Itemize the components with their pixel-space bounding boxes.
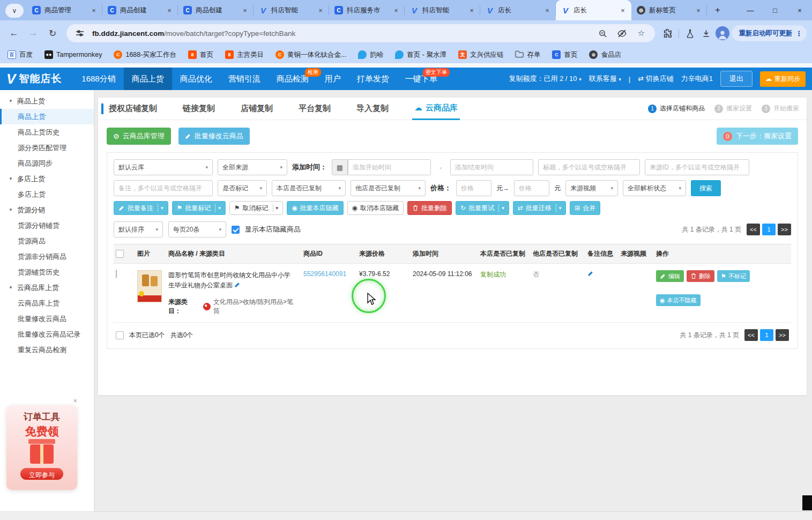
sidebar-item-stock-history[interactable]: 货源铺货历史 — [0, 264, 94, 280]
tab-close-icon[interactable]: × — [694, 6, 703, 14]
batch-retry-button[interactable]: ↻批量重试▾ — [456, 201, 509, 215]
browser-tab[interactable]: V 抖店智能 × — [405, 0, 480, 20]
copy-quota[interactable]: 复制额度：已用 2 / 10 ▾ — [509, 74, 581, 84]
address-bar[interactable]: fb.dddz.jiancent.com/move/batch/target?c… — [66, 24, 655, 42]
tab-import-copy[interactable]: 导入复制 — [354, 98, 391, 120]
promo-close-icon[interactable]: × — [73, 397, 77, 405]
source-select[interactable]: 全部来源▾ — [218, 159, 287, 175]
sidebar-group-distribution[interactable]: ▼货源分销 — [0, 202, 94, 218]
batch-edit-cloud-button[interactable]: 批量修改云商品 — [178, 128, 250, 145]
bookmark-item[interactable]: ⊕食品店 — [589, 50, 621, 60]
window-minimize-button[interactable]: — — [738, 6, 763, 14]
bookmark-item[interactable]: 8主营类目 — [225, 50, 264, 60]
cloud-library-manage-button[interactable]: ⚙云商品库管理 — [107, 128, 171, 145]
sidebar-item-non-distribution[interactable]: 货源非分销商品 — [0, 249, 94, 264]
product-id-link[interactable]: 552956140091 — [303, 270, 346, 278]
promo-card[interactable]: × 订单工具 免费领 立即参与 — [6, 405, 77, 490]
sidebar-group-multi-shop[interactable]: ▼多店上货 — [0, 171, 94, 187]
sidebar-item-product-upload[interactable]: 商品上货 — [0, 109, 94, 124]
sidebar-item-batch-edit-record[interactable]: 批量修改云商品记录 — [0, 326, 94, 342]
sidebar-group-product-upload[interactable]: ▼商品上货 — [0, 93, 94, 109]
site-info-icon[interactable] — [73, 26, 87, 40]
window-maximize-button[interactable]: □ — [763, 6, 787, 14]
window-close-button[interactable]: × — [787, 6, 812, 14]
tab-close-icon[interactable]: × — [316, 6, 325, 14]
nav-item-print-ship[interactable]: 打单发货 — [349, 68, 397, 90]
sidebar-item-distribution-goods[interactable]: 货源商品 — [0, 233, 94, 249]
bookmark-item[interactable]: C1688-买家工作台 — [114, 50, 176, 60]
download-icon[interactable] — [699, 26, 713, 40]
logout-button[interactable]: 退出 — [720, 71, 753, 87]
nav-item-one-click-order[interactable]: 一键下单密文下单 — [397, 68, 445, 90]
search-button[interactable]: 搜索 — [691, 180, 721, 196]
tab-close-icon[interactable]: × — [165, 6, 174, 14]
current-page-button[interactable]: 1 — [762, 224, 776, 235]
profile-avatar[interactable] — [716, 26, 729, 40]
tab-link-copy[interactable]: 链接复制 — [181, 98, 217, 120]
start-time-input[interactable] — [348, 159, 431, 175]
next-step-button[interactable]: 0下一步：搬家设置 — [717, 128, 798, 145]
browser-tab[interactable]: C 商品创建 × — [178, 0, 254, 20]
promo-join-button[interactable]: 立即参与 — [20, 468, 63, 480]
show-hidden-checkbox[interactable] — [232, 226, 240, 234]
marked-select[interactable]: 是否标记▾ — [218, 180, 267, 196]
bookmark-item[interactable]: 韵哈 — [358, 50, 383, 60]
tab-close-icon[interactable]: × — [392, 6, 400, 14]
sidebar-item-category-match[interactable]: 源分类匹配管理 — [0, 140, 94, 155]
merge-button[interactable]: ⊞合并 — [570, 201, 600, 215]
browser-tab[interactable]: C 商品管理 × — [27, 0, 102, 20]
source-id-filter-input[interactable] — [645, 159, 749, 175]
bookmark-item[interactable]: 8首页 — [188, 50, 213, 60]
self-copied-select[interactable]: 本店是否已复制▾ — [272, 180, 346, 196]
cancel-mark-button[interactable]: ⚑取消标记▾ — [229, 201, 283, 215]
tab-close-icon[interactable]: × — [90, 6, 98, 14]
eye-off-icon[interactable] — [615, 26, 629, 40]
flask-icon[interactable] — [683, 26, 697, 40]
tab-close-icon[interactable]: × — [467, 6, 476, 14]
nav-item-detect[interactable]: 商品检测检测 — [269, 68, 317, 90]
title-filter-input[interactable] — [538, 159, 640, 175]
shop-unhide-button[interactable]: ◉本店不隐藏 — [656, 294, 701, 306]
product-title[interactable]: 圆形竹笔筒市创意时尚收纳文化用品中小学生毕业礼物办公室桌面 — [168, 270, 295, 290]
batch-mark-button[interactable]: ⚑批量标记▾ — [172, 201, 226, 215]
product-thumbnail[interactable] — [137, 270, 162, 302]
url-text[interactable]: fb.dddz.jiancent.com/move/batch/target?c… — [92, 29, 591, 38]
new-tab-button[interactable]: + — [710, 3, 725, 18]
bookmark-star-icon[interactable]: ☆ — [635, 26, 649, 40]
bookmark-item[interactable]: C黄铜一体化钛合金... — [275, 50, 346, 60]
page-size-select[interactable]: 每页20条▾ — [168, 221, 226, 237]
show-hidden-label[interactable]: 显示本店隐藏商品 — [245, 225, 301, 234]
edit-button[interactable]: 编辑 — [656, 270, 684, 282]
tab-shop-copy[interactable]: 店铺复制 — [239, 98, 275, 120]
prev-page-button[interactable]: << — [744, 329, 758, 341]
batch-delete-button[interactable]: 批量删除 — [407, 201, 452, 215]
remark-pencil-icon[interactable] — [587, 270, 594, 277]
price-max-input[interactable] — [514, 180, 549, 196]
sidebar-item-batch-edit-cloud[interactable]: 批量修改云商品 — [0, 311, 94, 326]
browser-tab[interactable]: ⊕ 新标签页 × — [631, 0, 707, 20]
bookmark-item[interactable]: 文文兴供应链 — [458, 50, 504, 60]
price-min-input[interactable] — [456, 180, 491, 196]
extensions-puzzle-icon[interactable] — [660, 26, 674, 40]
row-checkbox[interactable] — [116, 270, 117, 278]
resync-button[interactable]: ☁重新同步 — [760, 71, 806, 87]
sort-select[interactable]: 默认排序▾ — [114, 221, 163, 237]
unmark-button[interactable]: ⚑不标记 — [717, 270, 750, 282]
bookmark-item[interactable]: 首页 - 聚水潭 — [395, 50, 446, 60]
nav-item-marketing[interactable]: 营销引流 — [220, 68, 269, 90]
calendar-icon[interactable]: ▦ — [332, 159, 348, 175]
browser-tab[interactable]: V 店长 × — [480, 0, 556, 20]
bookmark-item[interactable]: C首页 — [552, 50, 577, 60]
zoom-icon[interactable] — [596, 26, 610, 40]
select-all-checkbox[interactable] — [116, 250, 124, 258]
sidebar-item-upload-history[interactable]: 商品上货历史 — [0, 124, 94, 140]
menu-dots-icon[interactable]: ⋮ — [796, 29, 803, 38]
tab-close-icon[interactable]: × — [619, 6, 627, 14]
nav-item-1688[interactable]: 1688分销 — [73, 68, 123, 90]
sidebar-group-cloud-library[interactable]: ▼云商品库上货 — [0, 280, 94, 295]
sidebar-item-source-sync[interactable]: 商品源同步 — [0, 155, 94, 171]
forward-button[interactable]: → — [25, 25, 42, 42]
sidebar-item-multi-shop[interactable]: 多店上货 — [0, 187, 94, 202]
sidebar-item-cloud-upload[interactable]: 云商品库上货 — [0, 295, 94, 311]
nav-item-optimize[interactable]: 商品优化 — [172, 68, 220, 90]
